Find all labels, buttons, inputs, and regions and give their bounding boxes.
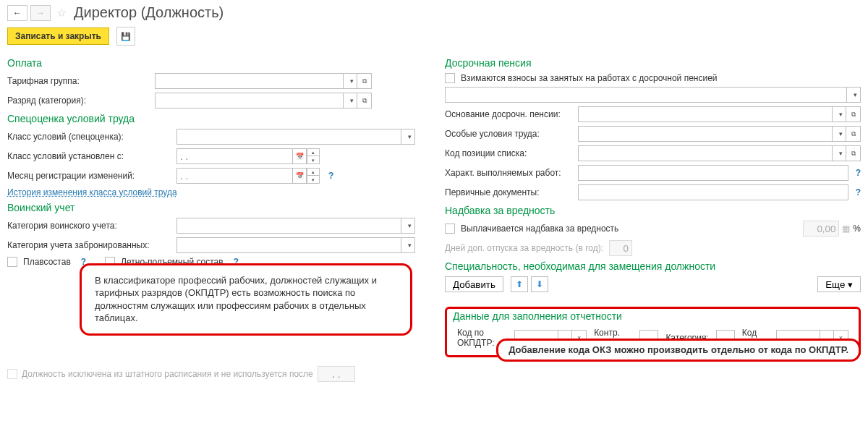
more-label: Еще — [825, 279, 845, 290]
pension-work-help-icon[interactable]: ? — [856, 168, 861, 178]
move-down-icon[interactable]: ⬇ — [531, 276, 548, 292]
rank-label: Разряд (категория): — [7, 95, 152, 106]
excluded-label: Должность исключена из штатного расписан… — [22, 369, 313, 379]
pension-combo-dropdown-icon[interactable] — [846, 87, 861, 103]
pct-sign: % — [853, 224, 861, 234]
add-button[interactable]: Добавить — [445, 276, 503, 292]
pension-basis-input[interactable] — [578, 106, 832, 122]
pension-work-label: Характ. выполняемых работ: — [445, 168, 575, 178]
chevron-down-icon: ▾ — [848, 279, 853, 290]
class-input[interactable] — [176, 129, 401, 145]
pension-cond-input[interactable] — [578, 126, 832, 142]
month-input[interactable] — [176, 168, 292, 184]
pension-code-input[interactable] — [578, 145, 832, 161]
pension-docs-input[interactable] — [578, 184, 848, 200]
class-label: Класс условий (спецоценка): — [7, 132, 174, 142]
pension-docs-help-icon[interactable]: ? — [856, 187, 861, 197]
hazard-pct-input — [803, 221, 839, 237]
booked-dropdown-icon[interactable] — [401, 237, 415, 253]
mil-cat-label: Категория воинского учета: — [7, 221, 174, 231]
pension-checkbox[interactable] — [445, 73, 455, 83]
class-dropdown-icon[interactable] — [401, 129, 415, 145]
page-title: Директор (Должность) — [74, 4, 224, 21]
tariff-group-input[interactable] — [155, 73, 343, 89]
class-history-link[interactable]: История изменения класса условий труда — [7, 187, 177, 197]
hazard-checkbox[interactable] — [445, 224, 455, 234]
more-button[interactable]: Еще ▾ — [817, 276, 861, 292]
section-pay-header: Оплата — [7, 57, 423, 69]
tariff-group-open-icon[interactable]: ⧉ — [357, 73, 372, 89]
section-report-header: Данные для заполнения отчетности — [453, 310, 853, 322]
pension-basis-open-icon[interactable]: ⧉ — [846, 106, 861, 122]
move-up-icon[interactable]: ⬆ — [511, 276, 528, 292]
pension-cond-label: Особые условия труда: — [445, 129, 575, 139]
booked-label: Категория учета забронированных: — [7, 240, 174, 250]
callout-okz: Добавление кода ОКЗ можно производить от… — [496, 339, 861, 362]
hazard-days-label: Дней доп. отпуска за вредность (в год): — [445, 243, 603, 253]
nav-forward-button: → — [30, 5, 51, 21]
pension-basis-dropdown-icon[interactable] — [832, 106, 846, 122]
callout-okpdtr: В классификаторе профессий рабочих, долж… — [80, 263, 412, 336]
date-spin-up-icon[interactable]: ▴ — [307, 148, 320, 156]
favorite-star-icon[interactable]: ☆ — [56, 6, 67, 20]
pension-docs-label: Первичные документы: — [445, 187, 575, 197]
section-military-header: Воинский учет — [7, 202, 423, 213]
pension-basis-label: Основание досрочн. пенсии: — [445, 109, 575, 119]
pension-code-dropdown-icon[interactable] — [832, 145, 846, 161]
hazard-chk-label: Выплачивается надбавка за вредность — [461, 224, 618, 234]
section-hazard-header: Надбавка за вредность — [445, 205, 861, 216]
float-checkbox[interactable] — [7, 257, 17, 267]
hazard-days-input — [609, 240, 632, 256]
rank-open-icon[interactable]: ⧉ — [357, 93, 372, 109]
section-specialty-header: Специальность, необходимая для замещения… — [445, 260, 861, 272]
booked-input[interactable] — [176, 237, 401, 253]
mil-cat-input[interactable] — [176, 218, 401, 234]
month-calendar-icon[interactable]: 📅 — [292, 168, 307, 184]
section-pension-header: Досрочная пенсия — [445, 57, 861, 69]
section-spec-header: Спецоценка условий труда — [7, 113, 423, 124]
date-spin-down-icon[interactable]: ▾ — [307, 156, 320, 164]
save-button[interactable]: 💾 — [116, 27, 135, 46]
excluded-date-input — [318, 366, 355, 382]
okpdtr-label: Код по ОКПДТР: — [457, 328, 494, 348]
pension-cond-open-icon[interactable]: ⧉ — [846, 126, 861, 142]
save-and-close-button[interactable]: Записать и закрыть — [7, 27, 109, 45]
month-spin-down-icon[interactable]: ▾ — [307, 176, 320, 184]
pension-chk-label: Взимаются взносы за занятых на работах с… — [461, 73, 718, 83]
floppy-icon: 💾 — [121, 32, 131, 41]
calc-icon: ▦ — [842, 224, 850, 234]
tariff-group-label: Тарифная группа: — [7, 76, 152, 86]
pension-code-label: Код позиции списка: — [445, 148, 575, 158]
pension-code-open-icon[interactable]: ⧉ — [846, 145, 861, 161]
month-spin-up-icon[interactable]: ▴ — [307, 168, 320, 176]
rank-input[interactable] — [155, 93, 343, 109]
pension-cond-dropdown-icon[interactable] — [832, 126, 846, 142]
month-label: Месяц регистрации изменений: — [7, 171, 174, 181]
mil-cat-dropdown-icon[interactable] — [401, 218, 415, 234]
tariff-group-dropdown-icon[interactable] — [343, 73, 357, 89]
nav-back-button[interactable]: ← — [7, 5, 27, 21]
rank-dropdown-icon[interactable] — [343, 93, 357, 109]
excluded-checkbox[interactable] — [7, 369, 17, 379]
pension-work-input[interactable] — [578, 165, 848, 181]
class-date-input[interactable] — [176, 148, 292, 164]
month-help-icon[interactable]: ? — [328, 171, 333, 181]
float-label: Плавсостав — [23, 257, 71, 267]
pension-combo-input[interactable] — [445, 87, 846, 103]
class-date-label: Класс условий установлен с: — [7, 151, 174, 161]
calendar-icon[interactable]: 📅 — [292, 148, 307, 164]
